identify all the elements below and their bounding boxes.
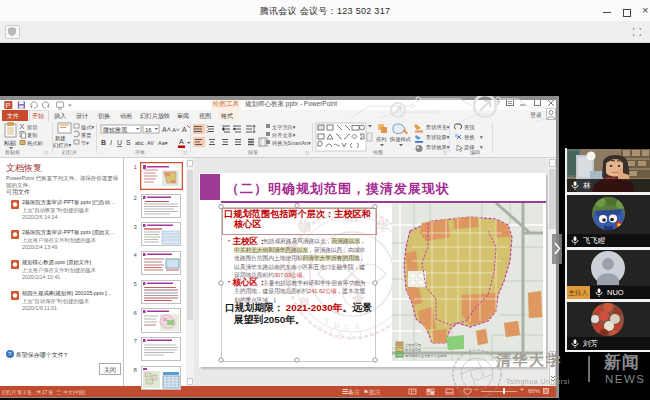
svg-text:S: S (126, 139, 131, 146)
svg-text:规划新增学生宿舍大学生用地: 规划新增学生宿舍大学生用地 (405, 353, 447, 358)
svg-text:剪切: 剪切 (27, 124, 37, 131)
svg-text:剪贴板: 剪贴板 (5, 149, 20, 156)
svg-text:形状轮廓▾: 形状轮廓▾ (426, 134, 450, 141)
svg-text:A˅: A˅ (172, 127, 180, 133)
svg-text:替换: 替换 (464, 134, 475, 141)
svg-text:P: P (6, 101, 11, 110)
svg-text:A: A (179, 138, 184, 145)
svg-text:▾: ▾ (480, 144, 483, 150)
svg-text:查找: 查找 (464, 124, 475, 130)
svg-text:新建: 新建 (55, 135, 65, 142)
svg-text:形状填充▾: 形状填充▾ (426, 124, 450, 131)
svg-text:16: 16 (145, 127, 152, 133)
svg-text:版式▾: 版式▾ (81, 124, 94, 130)
svg-text:A˄: A˄ (162, 126, 171, 133)
svg-text:格式刷: 格式刷 (26, 140, 43, 147)
svg-text:abc: abc (135, 140, 144, 146)
svg-text:Aa▾: Aa▾ (158, 140, 168, 146)
svg-text:幻灯片▾: 幻灯片▾ (53, 142, 72, 149)
svg-text:▾: ▾ (480, 134, 483, 140)
svg-text:粘贴: 粘贴 (4, 140, 16, 147)
svg-text:微软雅黑: 微软雅黑 (102, 126, 128, 134)
svg-text:⤧: ⤧ (183, 150, 188, 156)
svg-text:复制: 复制 (27, 132, 37, 139)
svg-text:核心区范围: 核心区范围 (404, 347, 421, 352)
svg-text:编辑: 编辑 (470, 149, 480, 155)
svg-text:⤧: ⤧ (443, 150, 448, 156)
svg-text:字体: 字体 (135, 149, 145, 155)
svg-text:排列: 排列 (376, 136, 386, 142)
svg-text:绘图: 绘图 (373, 149, 383, 156)
svg-text:I: I (110, 139, 112, 146)
svg-text:转换为SmartArt▾: 转换为SmartArt▾ (272, 140, 311, 147)
svg-text:主校区范围: 主校区范围 (405, 343, 421, 347)
svg-text:段落: 段落 (248, 149, 258, 156)
svg-text:⤧: ⤧ (305, 150, 310, 156)
svg-text:⤧: ⤧ (44, 150, 49, 156)
svg-text:节▾: 节▾ (81, 140, 89, 146)
svg-text:幻灯片: 幻灯片 (62, 149, 77, 156)
svg-text:重置: 重置 (81, 132, 91, 138)
svg-text:A: A (182, 126, 187, 133)
svg-text:快速样式: 快速样式 (389, 136, 412, 142)
svg-text:文字方向▾: 文字方向▾ (272, 124, 296, 131)
svg-text:U: U (117, 139, 122, 146)
svg-text:AV: AV (147, 140, 154, 146)
svg-text:B: B (101, 139, 106, 146)
svg-text:对齐文本▾: 对齐文本▾ (271, 132, 296, 138)
